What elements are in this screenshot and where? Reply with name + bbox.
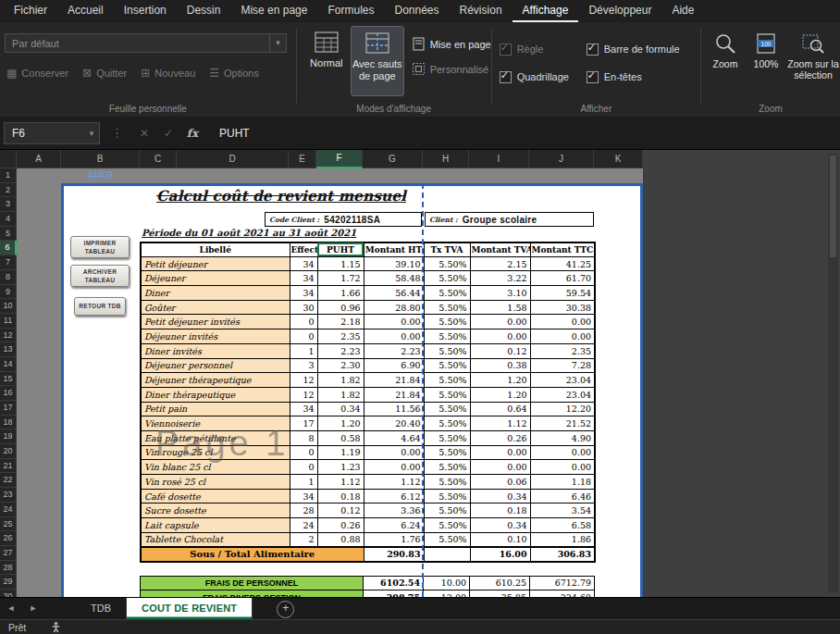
cell-montant-ttc[interactable]: 0.00 [530,329,595,344]
name-box[interactable]: F6 ▾ [4,122,100,144]
cell-tx-tva[interactable]: 5.50% [424,343,470,358]
cell-montant-ttc[interactable]: 23.04 [530,387,595,402]
sheet-view-button[interactable]: ☰ Options [209,67,259,80]
cancel-icon[interactable]: ✕ [132,127,156,140]
cell-tx-tva[interactable]: 5.50% [424,489,470,503]
cell-effectifs[interactable]: 12 [290,387,317,402]
frais-label[interactable]: FRAIS DIVERS GESTION [141,590,364,597]
cell-montant-ht[interactable]: 1.76 [364,532,424,547]
cell-puht[interactable]: 1.23 [317,460,364,475]
row-header[interactable]: 16 [0,386,17,401]
row-header[interactable]: 26 [0,531,17,546]
select-all-corner[interactable] [0,150,17,168]
cell-tx-tva[interactable]: 5.50% [424,329,470,344]
subtotal-tva[interactable]: 16.00 [470,547,530,562]
row-header[interactable]: 12 [0,329,17,343]
grid[interactable]: 44409 Calcul coût de revient mensuel Cod… [17,168,643,597]
code-client-box[interactable]: Code Client : 54202118SA [265,212,422,227]
cell-montant-tva[interactable]: 0.12 [470,343,530,358]
row-header[interactable]: 2 [0,183,17,198]
cell-puht[interactable]: 1.15 [317,256,364,271]
ribbon-tab[interactable]: Fichier [4,0,57,22]
formula-input[interactable]: PUHT [219,127,250,140]
frais-label[interactable]: FRAIS DE PERSONNEL [141,576,364,590]
cell-montant-ht[interactable]: 2.23 [364,343,424,358]
show-checkbox[interactable]: Quadrillage [500,63,585,91]
column-header[interactable]: E [289,150,316,168]
row-header[interactable]: 23 [0,488,17,503]
sheet-title[interactable]: Calcul coût de revient mensuel [140,187,423,205]
subtotal-ht[interactable]: 290.83 [364,547,424,562]
accessibility-icon[interactable] [50,621,62,633]
cell-montant-ttc[interactable]: 3.54 [530,503,595,518]
cell-montant-ht[interactable]: 20.40 [364,416,424,431]
row-header[interactable]: 4 [0,212,17,227]
cell-tx-tva[interactable]: 5.50% [424,503,470,518]
prev-sheet-icon[interactable]: ◄ [0,598,22,619]
cell-tx-tva[interactable]: 5.50% [424,286,470,301]
cell-montant-ttc[interactable]: 0.00 [530,315,595,329]
frais-tva[interactable]: 610.25 [470,576,530,590]
cell-libelle[interactable]: Déjeuner thérapeutique [141,373,290,388]
cell-montant-ht[interactable]: 1.12 [364,475,424,490]
cell-effectifs[interactable]: 34 [290,286,317,301]
insert-function-icon[interactable]: fx [180,127,204,140]
frais-ttc[interactable]: 334.60 [530,590,595,597]
cell-tx-tva[interactable]: 5.50% [424,402,470,416]
column-header[interactable]: A [17,150,61,168]
cell-montant-ht[interactable]: 6.12 [364,489,424,503]
cell-montant-tva[interactable]: 0.00 [470,329,530,344]
sheet-view-dropdown[interactable]: Par défaut ▾ [5,33,287,53]
cell-tx-tva[interactable]: 5.50% [424,387,470,402]
header-effectifs[interactable]: Effectifs [290,242,317,257]
ribbon-tab[interactable]: Mise en page [230,0,317,22]
cell-montant-tva[interactable]: 2.15 [470,256,530,271]
cell-montant-tva[interactable]: 0.00 [470,460,530,475]
cell-puht[interactable]: 0.88 [317,532,364,547]
cell-tx-tva[interactable]: 5.50% [424,518,470,533]
ribbon-tab[interactable]: Accueil [57,0,114,22]
sheet-view-button[interactable]: ▦ Conserver [6,67,68,80]
row-header[interactable]: 27 [0,546,17,561]
frais-tx[interactable]: 10.00 [424,576,470,590]
cell-montant-ht[interactable]: 0.00 [364,460,424,475]
cell-montant-ttc[interactable]: 61.70 [530,271,595,286]
cell-tx-tva[interactable]: 5.50% [424,445,470,460]
client-box[interactable]: Client : Groupe scolaire [425,212,594,227]
cell-effectifs[interactable]: 3 [290,358,317,373]
cell-effectifs[interactable]: 28 [290,503,317,518]
cell-libelle[interactable]: Déjeuner [141,271,290,286]
row-header[interactable]: 13 [0,342,17,357]
column-header[interactable]: J [529,150,594,168]
header-libelle[interactable]: Libellé [141,242,290,257]
cell-puht[interactable]: 1.19 [317,445,364,460]
cell-libelle[interactable]: Vin rosé 25 cl [141,475,290,490]
cell-puht[interactable]: 0.18 [317,489,364,503]
row-header[interactable]: 11 [0,314,17,329]
cell-effectifs[interactable]: 0 [290,445,317,460]
cell-montant-ttc[interactable]: 30.38 [530,300,595,315]
page-layout-view-button[interactable]: Mise en page [412,37,491,51]
row-header[interactable]: 6 [0,241,17,255]
cell-montant-ht[interactable]: 21.84 [364,387,424,402]
zoom-button[interactable]: Zoom [705,28,746,98]
subtotal-ttc[interactable]: 306.83 [530,547,595,562]
page-break-line[interactable] [422,183,424,597]
cell-puht[interactable]: 2.23 [317,343,364,358]
cell-tx-tva[interactable]: 5.50% [424,430,470,445]
cell-libelle[interactable]: Tablette Chocolat [141,532,290,547]
cell-montant-ttc[interactable]: 59.54 [530,286,595,301]
cell-montant-ht[interactable]: 4.64 [364,430,424,445]
cell-montant-ttc[interactable]: 4.90 [530,430,595,445]
row-header[interactable]: 17 [0,401,17,416]
cell-montant-ht[interactable]: 0.00 [364,315,424,329]
next-sheet-icon[interactable]: ► [22,598,44,619]
cell-montant-ht[interactable]: 0.00 [364,329,424,344]
header-montant-ht[interactable]: Montant HT [364,242,424,257]
cell-puht[interactable]: 1.82 [317,373,364,388]
scrollbar-thumb[interactable] [830,155,836,257]
row-header[interactable]: 5 [0,227,17,242]
header-montant-ttc[interactable]: Montant TTC [530,242,595,257]
cell-montant-ht[interactable]: 3.36 [364,503,424,518]
row-header[interactable]: 22 [0,473,17,488]
